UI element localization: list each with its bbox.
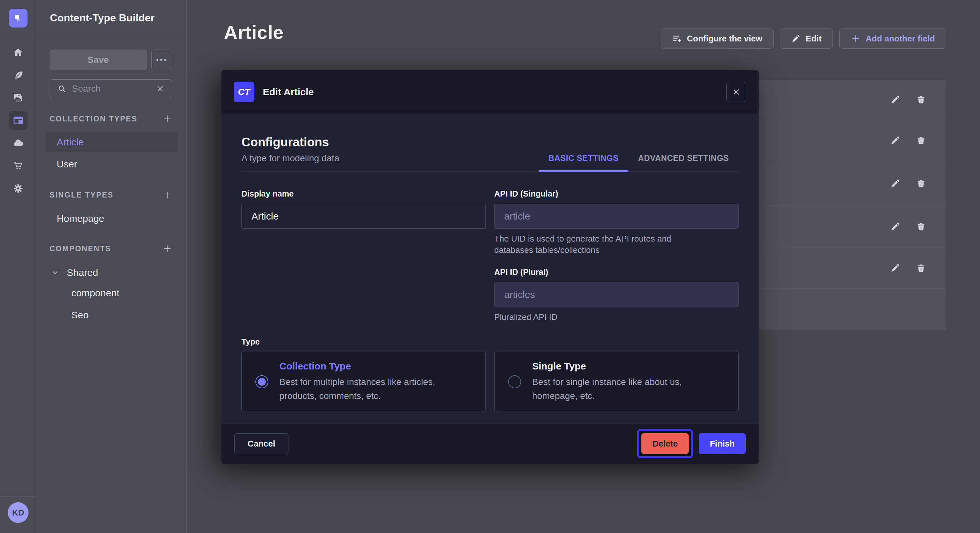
delete-field-trash-icon[interactable] <box>915 94 926 105</box>
add-another-field-label: Add another field <box>865 34 935 44</box>
sidebar-item-user[interactable]: User <box>45 154 177 174</box>
edit-field-pencil-icon[interactable] <box>889 263 900 274</box>
edit-field-pencil-icon[interactable] <box>889 178 900 189</box>
edit-button[interactable]: Edit <box>780 29 833 49</box>
sidebar: Content-Type Builder Save ··· COLLECTION… <box>36 0 187 533</box>
delete-field-trash-icon[interactable] <box>915 135 926 146</box>
configure-view-button[interactable]: Configure the view <box>661 29 774 49</box>
sidebar-group-shared[interactable]: Shared <box>45 263 177 283</box>
pencil-icon <box>791 34 800 43</box>
api-id-plural-input <box>494 282 738 307</box>
settings-tabs: BASIC SETTINGS ADVANCED SETTINGS <box>539 154 738 171</box>
delete-button[interactable]: Delete <box>641 433 689 454</box>
cloud-icon <box>9 134 27 152</box>
display-name-input[interactable] <box>242 204 486 228</box>
collection-types-heading: COLLECTION TYPES <box>49 115 137 124</box>
nav-content-type-builder[interactable] <box>0 109 36 132</box>
sidebar-item-component[interactable]: component <box>45 283 177 303</box>
add-component-icon[interactable] <box>162 244 172 254</box>
media-icon <box>9 89 27 107</box>
nav-rail: KD <box>0 0 36 533</box>
chevron-down-icon <box>51 268 60 277</box>
api-id-singular-label: API ID (Singular) <box>494 189 738 198</box>
radio-selected[interactable] <box>255 375 268 388</box>
collection-type-title: Collection Type <box>279 361 461 372</box>
cancel-button[interactable]: Cancel <box>234 433 288 454</box>
sidebar-item-seo[interactable]: Seo <box>45 305 177 325</box>
close-icon <box>732 87 741 97</box>
more-options-button[interactable]: ··· <box>151 49 172 70</box>
configurations-title: Configurations <box>242 135 339 149</box>
delete-field-trash-icon[interactable] <box>915 178 926 189</box>
sidebar-item-article[interactable]: Article <box>45 132 177 152</box>
search-icon <box>57 84 67 94</box>
nav-content-manager[interactable] <box>0 64 36 86</box>
collection-type-description: Best for multiple instances like article… <box>279 375 461 403</box>
page-title: Article <box>224 21 283 43</box>
search-input[interactable] <box>72 84 150 94</box>
finish-button[interactable]: Finish <box>699 433 746 454</box>
cart-icon <box>9 156 27 175</box>
delete-field-trash-icon[interactable] <box>915 221 926 232</box>
home-icon <box>9 43 27 62</box>
radio-unselected[interactable] <box>508 375 521 388</box>
nav-media-library[interactable] <box>0 86 36 109</box>
tab-basic-settings[interactable]: BASIC SETTINGS <box>539 154 628 171</box>
sidebar-search <box>49 79 172 98</box>
edit-label: Edit <box>806 34 821 44</box>
app-logo-wrap <box>0 0 36 36</box>
content-type-builder-icon <box>9 111 27 130</box>
add-another-field-button[interactable]: Add another field <box>839 29 946 49</box>
configure-view-label: Configure the view <box>687 34 762 44</box>
tab-advanced-settings[interactable]: ADVANCED SETTINGS <box>628 154 738 171</box>
nav-settings[interactable] <box>0 177 36 200</box>
user-avatar[interactable]: KD <box>8 502 29 523</box>
single-type-description: Best for single instance like about us, … <box>532 375 714 403</box>
add-single-type-icon[interactable] <box>162 190 172 200</box>
modal-title: Edit Article <box>263 86 314 97</box>
close-button[interactable] <box>726 82 746 102</box>
api-id-singular-help: The UID is used to generate the API rout… <box>494 233 702 256</box>
save-button[interactable]: Save <box>49 49 147 70</box>
edit-field-pencil-icon[interactable] <box>889 221 900 232</box>
modal-body: Configurations A type for modeling data … <box>221 114 759 423</box>
single-type-title: Single Type <box>532 361 714 372</box>
rail-nav <box>0 36 36 200</box>
annotation-highlight-box: Delete <box>637 429 693 458</box>
clear-search-icon[interactable] <box>156 84 165 93</box>
gear-icon <box>9 179 27 198</box>
plus-icon <box>851 34 861 43</box>
collection-type-card[interactable]: Collection Type Best for multiple instan… <box>242 352 486 412</box>
sidebar-item-homepage[interactable]: Homepage <box>45 209 177 228</box>
nav-home[interactable] <box>0 41 36 64</box>
nav-marketplace[interactable] <box>0 154 36 177</box>
modal-header: CT Edit Article <box>221 70 759 114</box>
sidebar-title: Content-Type Builder <box>36 0 186 36</box>
sidebar-group-shared-label: Shared <box>67 267 98 278</box>
strapi-logo-icon[interactable] <box>9 9 27 27</box>
single-types-heading: SINGLE TYPES <box>49 191 113 200</box>
api-id-plural-help: Pluralized API ID <box>494 311 738 323</box>
nav-deploy[interactable] <box>0 132 36 154</box>
components-heading: COMPONENTS <box>49 244 111 253</box>
modal-footer: Cancel Delete Finish <box>221 423 759 464</box>
edit-article-modal: CT Edit Article Configurations A type fo… <box>221 70 759 464</box>
single-type-card[interactable]: Single Type Best for single instance lik… <box>494 352 738 412</box>
feather-icon <box>9 66 27 84</box>
configure-view-icon <box>672 34 682 43</box>
api-id-singular-input <box>494 204 738 228</box>
type-label: Type <box>242 337 738 346</box>
delete-field-trash-icon[interactable] <box>915 263 926 274</box>
configurations-subtitle: A type for modeling data <box>242 153 339 163</box>
edit-field-pencil-icon[interactable] <box>889 135 900 146</box>
rail-divider <box>0 497 36 497</box>
display-name-label: Display name <box>242 189 486 198</box>
api-id-plural-label: API ID (Plural) <box>494 268 738 277</box>
content-type-badge: CT <box>234 82 255 102</box>
add-collection-type-icon[interactable] <box>162 114 172 124</box>
edit-field-pencil-icon[interactable] <box>889 94 900 105</box>
